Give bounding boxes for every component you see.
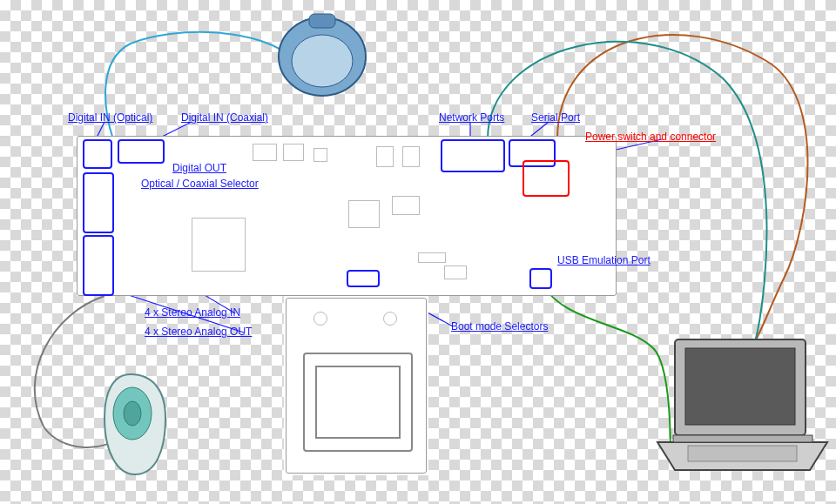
chip — [444, 265, 467, 279]
label-optical-coaxial-selector[interactable]: Optical / Coaxial Selector — [141, 178, 259, 190]
svg-rect-7 — [673, 435, 812, 442]
label-digital-in-optical[interactable]: Digital IN (Optical) — [68, 111, 152, 124]
hl-power-switch — [522, 160, 570, 197]
daughter-screen-inner — [315, 366, 401, 439]
chip — [314, 148, 327, 162]
label-serial-port[interactable]: Serial Port — [531, 111, 580, 124]
svg-point-0 — [279, 17, 366, 96]
chip — [376, 146, 394, 167]
hl-analog-in — [83, 172, 114, 233]
chip — [402, 146, 420, 167]
knob — [314, 312, 327, 326]
svg-rect-2 — [309, 14, 335, 28]
label-digital-out[interactable]: Digital OUT — [172, 162, 226, 174]
chip — [418, 252, 446, 263]
svg-rect-5 — [675, 339, 806, 435]
label-analog-in[interactable]: 4 x Stereo Analog IN — [145, 306, 240, 319]
hl-usb-emulation — [529, 268, 552, 289]
hl-digital-in-optical — [83, 139, 112, 169]
hl-network-ports — [441, 139, 505, 172]
label-usb-emulation[interactable]: USB Emulation Port — [557, 254, 651, 266]
svg-point-4 — [124, 401, 141, 426]
label-power-switch[interactable]: Power switch and connector — [585, 131, 716, 143]
hl-boot-mode — [347, 270, 380, 287]
label-analog-out[interactable]: 4 x Stereo Analog OUT — [145, 326, 252, 338]
label-digital-in-coaxial[interactable]: Digital IN (Coaxial) — [181, 111, 268, 124]
label-boot-mode[interactable]: Boot mode Selectors — [451, 320, 548, 333]
knob — [383, 312, 397, 326]
svg-point-1 — [292, 35, 353, 87]
chip — [392, 196, 420, 215]
chip — [253, 144, 277, 161]
chip — [192, 218, 246, 272]
hl-analog-out — [83, 235, 114, 296]
svg-point-3 — [113, 387, 152, 440]
hl-digital-in-coaxial — [118, 139, 165, 164]
chip — [283, 144, 304, 161]
label-network-ports[interactable]: Network Ports — [439, 111, 504, 124]
svg-rect-6 — [685, 348, 795, 425]
chip — [348, 200, 380, 228]
svg-rect-8 — [688, 446, 797, 461]
